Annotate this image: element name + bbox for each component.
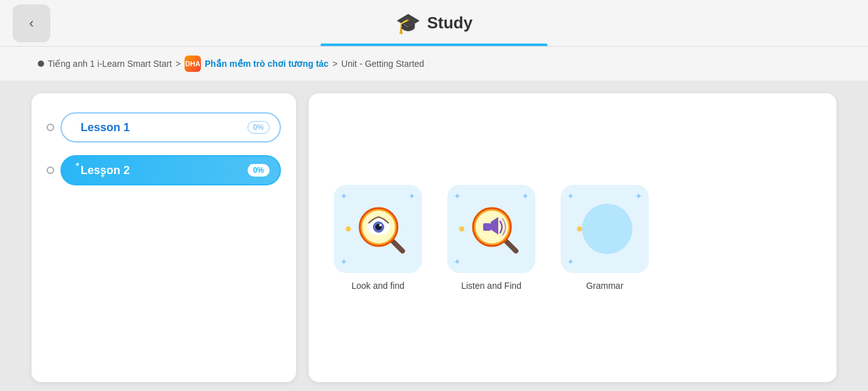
lesson1-percent: 0% xyxy=(248,121,270,134)
sparkle-tr-3: ✦ xyxy=(635,191,642,201)
breadcrumb-sep2: > xyxy=(333,59,338,69)
grammar-icon-wrap: ✦ ✦ ✦ xyxy=(561,185,649,273)
sparkle-tr-1: ✦ xyxy=(408,191,416,201)
sparkle-bl-1: ✦ xyxy=(340,257,348,267)
breadcrumb: Tiếng anh 1 i-Learn Smart Start > DHA Ph… xyxy=(0,47,868,81)
lesson1-radio xyxy=(47,124,54,131)
sparkle-icon-2: ✦ xyxy=(100,172,106,180)
lesson1-row: Lesson 1 0% xyxy=(47,112,281,143)
lesson1-button[interactable]: Lesson 1 0% xyxy=(60,112,281,143)
lesson2-row: ✦ ✦ ✦ Lesson 2 0% xyxy=(47,155,281,185)
look-find-label: Look and find xyxy=(351,281,404,291)
tab-indicator xyxy=(321,44,547,46)
breadcrumb-unit: Unit - Getting Started xyxy=(341,59,425,69)
sparkle-icon-1: ✦ xyxy=(74,160,81,169)
lesson2-radio xyxy=(47,166,54,174)
header-center: 🎓 Study xyxy=(396,11,472,35)
grammar-card[interactable]: ✦ ✦ ✦ Grammar xyxy=(561,185,649,291)
listen-find-icon-wrap: ✦ ✦ ✦ xyxy=(447,185,535,273)
header: ‹ 🎓 Study xyxy=(0,0,868,47)
look-find-icon xyxy=(351,199,411,259)
back-button[interactable]: ‹ xyxy=(13,4,50,42)
main-content: Lesson 1 0% ✦ ✦ ✦ Lesson 2 0% ✦ ✦ ✦ xyxy=(0,81,868,391)
graduation-icon: 🎓 xyxy=(396,11,421,35)
look-find-card[interactable]: ✦ ✦ ✦ xyxy=(334,185,422,291)
lesson1-label: Lesson 1 xyxy=(81,121,130,134)
dha-icon: DHA xyxy=(185,55,201,72)
listen-find-card[interactable]: ✦ ✦ ✦ Listen a xyxy=(447,185,535,291)
grammar-placeholder-icon xyxy=(582,204,632,254)
breadcrumb-dot xyxy=(38,61,44,67)
lesson2-button[interactable]: ✦ ✦ ✦ Lesson 2 0% xyxy=(60,155,281,185)
breadcrumb-course: Tiếng anh 1 i-Learn Smart Start xyxy=(48,59,172,69)
svg-rect-10 xyxy=(483,223,491,231)
breadcrumb-sep1: > xyxy=(176,59,181,69)
svg-point-6 xyxy=(379,224,382,226)
sparkle-tr-2: ✦ xyxy=(522,191,529,201)
sparkle-tl-3: ✦ xyxy=(567,191,574,201)
sparkle-tl-2: ✦ xyxy=(454,191,461,201)
sparkle-tl-1: ✦ xyxy=(340,191,348,201)
left-panel: Lesson 1 0% ✦ ✦ ✦ Lesson 2 0% xyxy=(31,93,296,382)
sparkle-bl-2: ✦ xyxy=(454,257,461,267)
back-icon: ‹ xyxy=(29,15,33,32)
sparkle-icon-3: ✦ xyxy=(248,161,254,170)
sparkle-bl-3: ✦ xyxy=(567,257,574,267)
sparkle-dot-2 xyxy=(459,226,464,231)
sparkle-dot-3 xyxy=(577,226,582,231)
look-find-icon-wrap: ✦ ✦ ✦ xyxy=(334,185,422,273)
page-title: Study xyxy=(427,13,472,33)
right-panel: ✦ ✦ ✦ xyxy=(309,93,837,382)
listen-find-label: Listen and Find xyxy=(461,281,522,291)
breadcrumb-app: DHA Phần mềm trò chơi tương tác xyxy=(185,55,329,72)
listen-find-icon xyxy=(464,199,524,259)
sparkle-dot-1 xyxy=(346,226,351,231)
grammar-label: Grammar xyxy=(586,281,623,291)
